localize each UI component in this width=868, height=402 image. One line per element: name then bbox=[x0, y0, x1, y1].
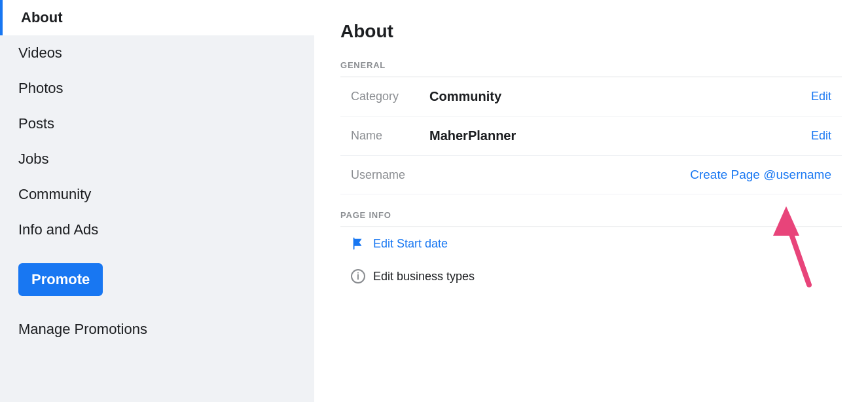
category-row: Category Community Edit bbox=[340, 77, 842, 117]
info-icon: i bbox=[351, 269, 365, 283]
sidebar-item-community[interactable]: Community bbox=[0, 177, 314, 212]
category-label: Category bbox=[351, 90, 429, 103]
edit-business-types-label: Edit business types bbox=[373, 270, 475, 283]
sidebar-item-videos[interactable]: Videos bbox=[0, 35, 314, 71]
edit-start-date-item[interactable]: Edit Start date bbox=[340, 227, 842, 260]
page-info-section-label: PAGE INFO bbox=[340, 210, 842, 220]
general-section-label: GENERAL bbox=[340, 60, 842, 70]
category-value: Community bbox=[429, 89, 811, 104]
username-label: Username bbox=[351, 168, 429, 182]
flag-icon bbox=[351, 236, 365, 251]
page-info-section: PAGE INFO Edit Start date i Edit busines… bbox=[340, 210, 842, 293]
sidebar-item-photos[interactable]: Photos bbox=[0, 71, 314, 106]
sidebar: About Videos Photos Posts Jobs Community… bbox=[0, 0, 314, 402]
main-content: About GENERAL Category Community Edit Na… bbox=[314, 0, 868, 402]
username-row: Username Create Page @username bbox=[340, 156, 842, 194]
name-value: MaherPlanner bbox=[429, 128, 811, 143]
create-username-link[interactable]: Create Page @username bbox=[690, 168, 831, 182]
sidebar-item-about[interactable]: About bbox=[0, 0, 314, 35]
promote-wrapper: Promote bbox=[0, 247, 314, 312]
sidebar-item-posts[interactable]: Posts bbox=[0, 106, 314, 141]
edit-start-date-label: Edit Start date bbox=[373, 237, 448, 251]
category-edit-link[interactable]: Edit bbox=[811, 90, 831, 103]
edit-business-types-item[interactable]: i Edit business types bbox=[340, 260, 842, 293]
name-label: Name bbox=[351, 129, 429, 143]
name-row: Name MaherPlanner Edit bbox=[340, 117, 842, 156]
promote-button[interactable]: Promote bbox=[18, 263, 103, 296]
sidebar-item-manage-promotions[interactable]: Manage Promotions bbox=[0, 312, 314, 347]
name-edit-link[interactable]: Edit bbox=[811, 129, 831, 143]
sidebar-item-info-and-ads[interactable]: Info and Ads bbox=[0, 212, 314, 247]
page-title: About bbox=[340, 21, 842, 42]
sidebar-item-jobs[interactable]: Jobs bbox=[0, 141, 314, 177]
